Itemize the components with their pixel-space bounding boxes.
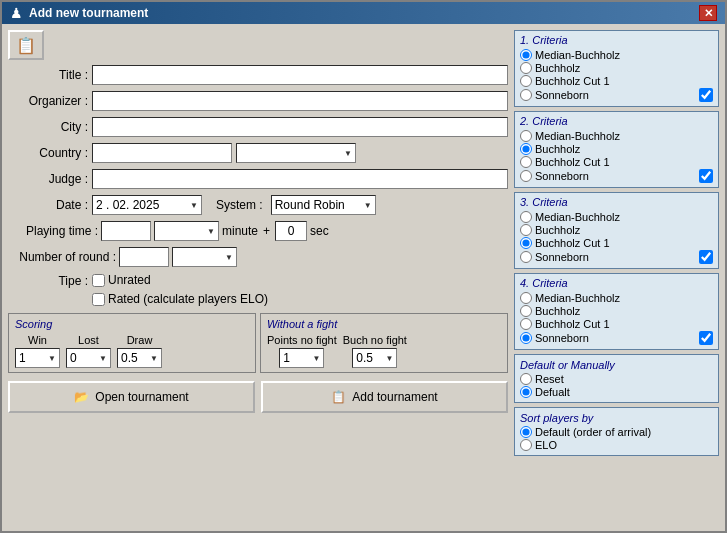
criteria-3-option-0: Median-Buchholz — [520, 211, 713, 223]
unrated-checkbox[interactable] — [92, 274, 105, 287]
tipe-row: Tipe : Unrated Rated (calculate players … — [8, 272, 508, 307]
criteria-4-option-0: Median-Buchholz — [520, 292, 713, 304]
without-fight-row: Points no fight 1 ▼ Buch no fight 0.5 ▼ — [267, 334, 501, 368]
organizer-label: Organizer : — [8, 94, 88, 108]
add-tournament-label: Add tournament — [352, 390, 437, 404]
criteria-2-option-0: Median-Buchholz — [520, 130, 713, 142]
country-row: Country : ▼ — [8, 142, 508, 164]
draw-dropdown[interactable]: 0.5 ▼ — [117, 348, 162, 368]
country-dropdown[interactable]: ▼ — [236, 143, 356, 163]
criteria-2-checkbox[interactable] — [699, 169, 713, 183]
open-tournament-button[interactable]: 📂 Open tournament — [8, 381, 255, 413]
lost-label: Lost — [78, 334, 99, 346]
title-bar: ♟ Add new tournament ✕ — [2, 2, 725, 24]
buch-dropdown[interactable]: 0.5 ▼ — [352, 348, 397, 368]
default-manually-radio-1[interactable] — [520, 386, 532, 398]
criteria-2-radio-2[interactable] — [520, 156, 532, 168]
playing-time-sec-input[interactable] — [275, 221, 307, 241]
criteria-1-radio-3[interactable] — [520, 89, 532, 101]
criteria-3-radio-1[interactable] — [520, 224, 532, 236]
criteria-4-title: 4. Criteria — [520, 277, 568, 289]
playing-time-dropdown[interactable]: ▼ — [154, 221, 219, 241]
criteria-4-radio-1[interactable] — [520, 305, 532, 317]
city-label: City : — [8, 120, 88, 134]
rounds-dropdown[interactable]: ▼ — [172, 247, 237, 267]
win-col: Win 1 ▼ — [15, 334, 60, 368]
sort-label-1: ELO — [535, 439, 557, 451]
rated-row: Rated (calculate players ELO) — [92, 292, 268, 306]
sort-radio-0[interactable] — [520, 426, 532, 438]
criteria-2-radio-3[interactable] — [520, 170, 532, 182]
criteria-2-label-2: Buchholz Cut 1 — [535, 156, 610, 168]
sort-radio-1[interactable] — [520, 439, 532, 451]
sort-option-0: Default (order of arrival) — [520, 426, 713, 438]
without-fight-group: Without a fight Points no fight 1 ▼ Buch… — [260, 313, 508, 373]
chevron-down-icon: ▼ — [344, 149, 352, 158]
criteria-4-option-3: Sonneborn — [520, 331, 713, 345]
criteria-1-radio-2[interactable] — [520, 75, 532, 87]
chevron-down-icon: ▼ — [385, 354, 393, 363]
criteria-3-option-3: Sonneborn — [520, 250, 713, 264]
points-value: 1 — [283, 351, 290, 365]
criteria-4-label-1: Buchholz — [535, 305, 580, 317]
clipboard-button[interactable]: 📋 — [8, 30, 44, 60]
city-input[interactable] — [92, 117, 508, 137]
close-button[interactable]: ✕ — [699, 5, 717, 21]
criteria-3-label-2: Buchholz Cut 1 — [535, 237, 610, 249]
sort-option-1: ELO — [520, 439, 713, 451]
criteria-4-radio-3[interactable] — [520, 332, 532, 344]
criteria-1-label-3: Sonneborn — [535, 89, 589, 101]
points-dropdown[interactable]: 1 ▼ — [279, 348, 324, 368]
chevron-down-icon: ▼ — [48, 354, 56, 363]
criteria-3-radio-2[interactable] — [520, 237, 532, 249]
criteria-2-radio-1[interactable] — [520, 143, 532, 155]
criteria-4-group: 4. Criteria Median-Buchholz Buchholz Buc… — [514, 273, 719, 350]
criteria-1-title: 1. Criteria — [520, 34, 568, 46]
number-of-round-label: Number of round : — [8, 250, 116, 264]
criteria-3-radio-0[interactable] — [520, 211, 532, 223]
chevron-down-icon: ▼ — [225, 253, 233, 262]
scoring-title: Scoring — [15, 318, 249, 330]
criteria-3-group: 3. Criteria Median-Buchholz Buchholz Buc… — [514, 192, 719, 269]
criteria-1-checkbox[interactable] — [699, 88, 713, 102]
system-dropdown[interactable]: Round Robin ▼ — [271, 195, 376, 215]
criteria-4-label-2: Buchholz Cut 1 — [535, 318, 610, 330]
add-icon: 📋 — [331, 390, 346, 404]
title-input[interactable] — [92, 65, 508, 85]
win-dropdown[interactable]: 1 ▼ — [15, 348, 60, 368]
rounds-input1[interactable] — [119, 247, 169, 267]
criteria-2-label-1: Buchholz — [535, 143, 580, 155]
organizer-row: Organizer : — [8, 90, 508, 112]
playing-time-row: Playing time : ▼ minute + sec — [8, 220, 508, 242]
without-fight-title: Without a fight — [267, 318, 501, 330]
default-manually-option-0: Reset — [520, 373, 713, 385]
default-manually-option-1: Defualt — [520, 386, 713, 398]
criteria-4-checkbox[interactable] — [699, 331, 713, 345]
playing-time-label: Playing time : — [8, 224, 98, 238]
criteria-2-radio-0[interactable] — [520, 130, 532, 142]
criteria-4-radio-0[interactable] — [520, 292, 532, 304]
draw-value: 0.5 — [121, 351, 138, 365]
criteria-4-radio-2[interactable] — [520, 318, 532, 330]
date-dropdown[interactable]: 2 . 02. 2025 ▼ — [92, 195, 202, 215]
criteria-3-radio-3[interactable] — [520, 251, 532, 263]
criteria-1-radio-0[interactable] — [520, 49, 532, 61]
left-panel: 📋 Title : Organizer : City : Country : — [8, 30, 508, 525]
country-input[interactable] — [92, 143, 232, 163]
criteria-1-radio-1[interactable] — [520, 62, 532, 74]
unrated-label: Unrated — [108, 273, 151, 287]
default-manually-radio-0[interactable] — [520, 373, 532, 385]
lost-dropdown[interactable]: 0 ▼ — [66, 348, 111, 368]
organizer-input[interactable] — [92, 91, 508, 111]
judge-input[interactable] — [92, 169, 508, 189]
criteria-3-checkbox[interactable] — [699, 250, 713, 264]
playing-time-input1[interactable] — [101, 221, 151, 241]
rated-checkbox[interactable] — [92, 293, 105, 306]
criteria-1-label-0: Median-Buchholz — [535, 49, 620, 61]
criteria-2-option-2: Buchholz Cut 1 — [520, 156, 713, 168]
add-tournament-button[interactable]: 📋 Add tournament — [261, 381, 508, 413]
scoring-group: Scoring Win 1 ▼ Lost 0 — [8, 313, 256, 373]
chevron-down-icon: ▼ — [190, 201, 198, 210]
criteria-3-label-3: Sonneborn — [535, 251, 589, 263]
number-of-round-row: Number of round : ▼ — [8, 246, 508, 268]
